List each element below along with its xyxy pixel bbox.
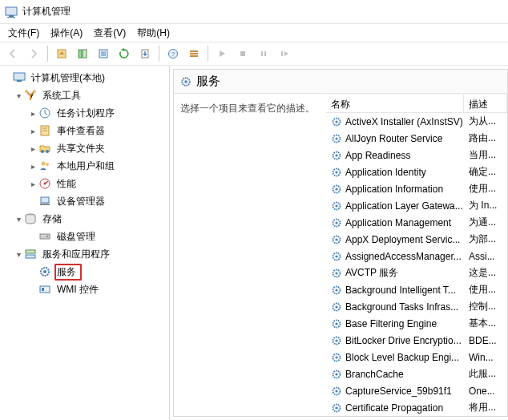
toolbar-divider: [47, 46, 48, 62]
forward-button[interactable]: [24, 44, 43, 63]
chevron-right-icon[interactable]: ▸: [27, 162, 38, 171]
service-name: Application Identity: [345, 167, 426, 178]
tree-local-users[interactable]: ▸ 本地用户和组: [0, 157, 169, 175]
menubar: 文件(F) 操作(A) 查看(V) 帮助(H): [0, 24, 508, 42]
tree-shared-folders[interactable]: ▸ 共享文件夹: [0, 139, 169, 157]
tree-task-scheduler[interactable]: ▸ 任务计划程序: [0, 104, 169, 122]
gear-icon: [331, 301, 342, 313]
svg-point-23: [33, 90, 36, 93]
back-button[interactable]: [3, 44, 22, 63]
service-row[interactable]: ActiveX Installer (AxInstSV)为从...: [326, 113, 507, 130]
service-desc-cell: 使用...: [464, 283, 501, 297]
service-row[interactable]: Application Layer Gatewa...为 In...: [326, 197, 507, 214]
gear-icon: [331, 234, 342, 245]
service-row[interactable]: App Readiness当用...: [326, 147, 507, 164]
menu-help[interactable]: 帮助(H): [132, 25, 175, 42]
tree-device-manager[interactable]: 设备管理器: [0, 192, 169, 210]
menu-file[interactable]: 文件(F): [3, 25, 44, 42]
help-button[interactable]: ?: [163, 44, 183, 63]
gear-icon: [331, 217, 342, 228]
shared-folder-icon: [38, 142, 51, 155]
tree-label: 事件查看器: [54, 123, 107, 139]
service-name-cell: Application Management: [326, 217, 464, 228]
up-button[interactable]: [52, 44, 71, 63]
service-row[interactable]: Block Level Backup Engi...Win...: [326, 349, 507, 365]
menu-view[interactable]: 查看(V): [89, 25, 131, 42]
gear-icon: [331, 318, 342, 329]
service-row[interactable]: AllJoyn Router Service路由...: [326, 130, 507, 147]
tree-label: 存储: [40, 212, 64, 227]
refresh-button[interactable]: [115, 44, 134, 63]
chevron-right-icon[interactable]: ▸: [27, 127, 38, 135]
chevron-down-icon[interactable]: ▾: [13, 91, 24, 100]
service-name: Background Tasks Infras...: [345, 301, 458, 313]
gear-icon: [331, 402, 342, 414]
tree-root[interactable]: 计算机管理(本地): [0, 69, 169, 87]
svg-rect-1: [9, 15, 14, 17]
service-row[interactable]: BranchCache此服...: [326, 365, 507, 382]
svg-point-30: [42, 162, 46, 166]
menu-action[interactable]: 操作(A): [46, 25, 87, 42]
services-list: 名称 描述 ActiveX Installer (AxInstSV)为从...A…: [326, 94, 507, 416]
properties-button[interactable]: [94, 44, 113, 63]
export-button[interactable]: [135, 44, 155, 63]
restart-service-button[interactable]: [275, 44, 294, 63]
svg-point-82: [335, 406, 337, 409]
service-row[interactable]: AVCTP 服务这是...: [326, 265, 507, 281]
show-hide-button[interactable]: [73, 44, 92, 63]
gear-icon: [331, 369, 342, 380]
tree-disk-mgmt[interactable]: 磁盘管理: [0, 228, 169, 245]
tree-label: 磁盘管理: [54, 229, 98, 244]
view-details-button[interactable]: [184, 44, 204, 63]
services-apps-icon: [24, 248, 37, 260]
stop-service-button[interactable]: [233, 44, 252, 63]
tree-services-apps[interactable]: ▾ 服务和应用程序: [0, 245, 169, 263]
service-name: CaptureService_59b91f1: [345, 386, 452, 397]
column-header-name[interactable]: 名称: [326, 95, 464, 112]
service-name-cell: Background Intelligent T...: [326, 285, 464, 296]
service-desc-cell: 为部...: [464, 232, 501, 246]
service-row[interactable]: BitLocker Drive Encryptio...BDE...: [326, 332, 507, 349]
chevron-down-icon[interactable]: ▾: [13, 215, 24, 224]
service-row[interactable]: Base Filtering Engine基本...: [326, 315, 507, 332]
gear-icon: [331, 268, 342, 279]
svg-rect-35: [40, 204, 50, 205]
svg-point-64: [335, 255, 337, 257]
service-name-cell: AppX Deployment Servic...: [326, 234, 464, 245]
service-name-cell: CaptureService_59b91f1: [326, 386, 464, 397]
svg-rect-17: [261, 51, 263, 56]
description-column: 选择一个项目来查看它的描述。: [174, 94, 326, 416]
service-name: App Readiness: [345, 150, 410, 161]
service-row[interactable]: CaptureService_59b91f1One...: [326, 382, 507, 399]
svg-point-48: [335, 120, 337, 123]
gear-icon: [38, 265, 51, 278]
service-name-cell: AllJoyn Router Service: [326, 133, 464, 144]
service-row[interactable]: AssignedAccessManager...Assi...: [326, 248, 507, 265]
service-row[interactable]: Background Intelligent T...使用...: [326, 281, 507, 298]
service-row[interactable]: Certificate Propagation将用...: [326, 399, 507, 416]
pause-service-button[interactable]: [254, 44, 273, 63]
tree-system-tools[interactable]: ▾ 系统工具: [0, 87, 169, 104]
chevron-right-icon[interactable]: ▸: [27, 109, 38, 118]
chevron-down-icon[interactable]: ▾: [13, 250, 24, 259]
tree-wmi[interactable]: WMI 控件: [0, 281, 169, 298]
tree-services[interactable]: 服务: [0, 263, 169, 281]
tree-event-viewer[interactable]: ▸ 事件查看器: [0, 122, 169, 139]
service-desc-cell: 为通...: [464, 216, 501, 229]
tree-performance[interactable]: ▸ 性能: [0, 175, 169, 192]
service-row[interactable]: Application Identity确定...: [326, 164, 507, 180]
gear-icon: [180, 76, 192, 87]
service-row[interactable]: Background Tasks Infras...控制...: [326, 298, 507, 315]
service-row[interactable]: AppX Deployment Servic...为部...: [326, 231, 507, 248]
service-name: Application Layer Gatewa...: [345, 200, 463, 212]
gear-icon: [331, 352, 342, 363]
column-header-desc[interactable]: 描述: [464, 95, 507, 112]
tree-storage[interactable]: ▾ 存储: [0, 210, 169, 228]
chevron-right-icon[interactable]: ▸: [27, 144, 38, 153]
service-row[interactable]: Application Information使用...: [326, 180, 507, 197]
service-row[interactable]: Application Management为通...: [326, 214, 507, 231]
details-title: 服务: [196, 74, 220, 89]
chevron-right-icon[interactable]: ▸: [27, 180, 38, 188]
storage-icon: [24, 212, 37, 225]
start-service-button[interactable]: [212, 44, 232, 63]
